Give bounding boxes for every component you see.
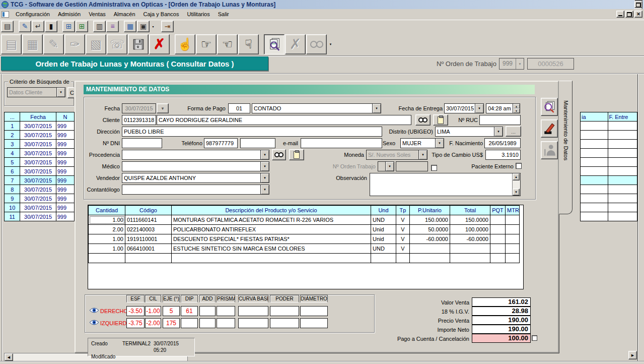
- direccion-input[interactable]: PUEBLO LIBRE: [122, 127, 382, 137]
- spin-down-icon[interactable]: ▼: [513, 108, 520, 113]
- dni-input[interactable]: [122, 138, 162, 148]
- results-row[interactable]: [581, 158, 637, 167]
- results-row[interactable]: [581, 131, 637, 140]
- forma-pago-code-input[interactable]: 01: [228, 103, 250, 113]
- product-row[interactable]: 2.00022140003POLICARBONATO ANTIREFLEXUni…: [89, 225, 520, 234]
- results-row[interactable]: [581, 140, 637, 149]
- rx-cell[interactable]: [300, 306, 328, 316]
- rx-cell[interactable]: -3.75: [126, 318, 145, 328]
- nacimiento-input[interactable]: 26/05/1989: [484, 138, 521, 148]
- results-row[interactable]: [581, 194, 637, 203]
- search-go-button[interactable]: C: [67, 87, 74, 98]
- rx-cell[interactable]: [199, 306, 216, 316]
- procedencia-copy-button[interactable]: [289, 149, 304, 160]
- product-row[interactable]: [89, 254, 520, 263]
- cliente-code-input[interactable]: 0112391318: [122, 115, 156, 125]
- results-row[interactable]: 1130/07/2015999: [5, 212, 75, 221]
- results-row[interactable]: 930/07/2015999: [5, 194, 75, 203]
- results-row[interactable]: 330/07/2015999: [5, 140, 75, 149]
- col-header[interactable]: ia: [581, 112, 608, 122]
- rx-cell[interactable]: -2.00: [145, 318, 161, 328]
- contactologo-combo[interactable]: ▼: [122, 185, 269, 195]
- orden-trabajo-checkbox[interactable]: [431, 165, 437, 171]
- product-row[interactable]: 1.000111660141MONTURAS OFTALMICA ACETATO…: [89, 215, 520, 225]
- save-exit-button[interactable]: ↵: [32, 21, 44, 32]
- cliente-name-input[interactable]: CAYO RODRIGUEZ GERALDINE: [157, 115, 411, 125]
- budgets-button[interactable]: ⊞: [76, 21, 88, 32]
- printer-button[interactable]: ▣: [137, 21, 150, 32]
- spin-up-icon[interactable]: ▲: [513, 104, 520, 108]
- scroll-left-button[interactable]: ◀: [5, 353, 13, 361]
- mdi-close-button[interactable]: ✕: [634, 11, 642, 18]
- forma-pago-combo[interactable]: CONTADO ▼: [252, 103, 381, 113]
- results-row[interactable]: [581, 122, 637, 131]
- results-row-selected[interactable]: [581, 176, 637, 185]
- rx-cell[interactable]: [270, 318, 299, 328]
- fecha-entrega-combo[interactable]: 30/07/2015 ▼: [444, 103, 484, 113]
- product-row[interactable]: 1.00066410001ESTUCHE SINTETICO SIN MARCA…: [89, 244, 520, 254]
- scroll-down-button[interactable]: ▼: [513, 189, 520, 196]
- rx-cell[interactable]: [238, 306, 268, 316]
- rx-cell[interactable]: [300, 318, 328, 328]
- results-row[interactable]: [581, 167, 637, 176]
- mdi-child-icon[interactable]: [2, 11, 9, 18]
- distrito-combo[interactable]: LIMA ▼: [435, 127, 503, 137]
- procedencia-combo[interactable]: ▼: [122, 150, 269, 160]
- delete-button[interactable]: ✗: [149, 34, 170, 54]
- telefono-input[interactable]: 987977779: [204, 138, 238, 148]
- pago-cuenta-checkbox[interactable]: [532, 335, 537, 341]
- col-header[interactable]: Und: [371, 206, 396, 215]
- rx-cell[interactable]: [199, 318, 216, 328]
- mdi-restore-button[interactable]: [625, 11, 633, 18]
- results-row[interactable]: 430/07/2015999: [5, 149, 75, 158]
- menu-utilitarios[interactable]: Utilitarios: [183, 10, 214, 19]
- col-header[interactable]: Código: [125, 206, 172, 215]
- columns-report-button[interactable]: ▥: [93, 21, 106, 32]
- phonebook-button[interactable]: ▮: [45, 21, 57, 32]
- rx-cell[interactable]: 175: [163, 318, 180, 328]
- menu-almacen[interactable]: Almacén: [110, 10, 139, 19]
- col-header[interactable]: Cantidad: [89, 206, 125, 215]
- tab-mantenimiento-de-datos[interactable]: Mantenimiento de Datos: [559, 81, 573, 214]
- results-row[interactable]: [581, 203, 637, 212]
- list-report-button[interactable]: ≡: [106, 21, 119, 32]
- results-row[interactable]: 630/07/2015999: [5, 167, 75, 176]
- procedencia-search-button[interactable]: [272, 149, 286, 160]
- paciente-externo-checkbox[interactable]: [516, 163, 522, 169]
- calculator-button[interactable]: ▦: [124, 21, 136, 32]
- rx-cell[interactable]: -3.50: [126, 306, 145, 316]
- menu-caja-bancos[interactable]: Caja y Bancos: [139, 10, 183, 19]
- tipo-cambio-input[interactable]: 3.1910: [485, 150, 521, 160]
- observacion-textarea[interactable]: ▲ ▼: [370, 173, 521, 196]
- rx-cell[interactable]: [270, 306, 299, 316]
- fecha-dropdown-button[interactable]: ▼: [157, 103, 169, 113]
- preview-document-button[interactable]: [541, 98, 558, 116]
- last-record-button[interactable]: ☟: [238, 34, 259, 54]
- results-row[interactable]: 130/07/2015999: [5, 122, 75, 131]
- results-row-selected[interactable]: 730/07/2015999: [5, 176, 75, 185]
- observacion-scrollbar[interactable]: ▲ ▼: [512, 173, 520, 196]
- rx-cell[interactable]: 5: [163, 306, 180, 316]
- results-row[interactable]: [581, 212, 637, 221]
- new-record-button[interactable]: ▤: [1, 21, 14, 32]
- work-orders-button[interactable]: ⊞: [62, 21, 75, 32]
- results-row[interactable]: [581, 185, 637, 194]
- save-button[interactable]: [128, 34, 149, 54]
- menu-salir[interactable]: Salir: [214, 10, 233, 19]
- annotate-button[interactable]: [541, 119, 558, 138]
- rx-cell[interactable]: [217, 306, 235, 316]
- cliente-search-button[interactable]: [415, 114, 431, 126]
- vendedor-combo[interactable]: QUISPE AZALDE ANTHONY ▼: [122, 173, 269, 183]
- rx-cell[interactable]: [181, 318, 198, 328]
- medico-combo[interactable]: ▼: [122, 161, 269, 171]
- menu-ventas[interactable]: Ventas: [85, 10, 110, 19]
- rx-cell[interactable]: 61: [181, 306, 198, 316]
- col-header[interactable]: MTR: [506, 206, 520, 215]
- col-header[interactable]: Total: [450, 206, 490, 215]
- col-header[interactable]: Tp: [396, 206, 410, 215]
- results-row[interactable]: 530/07/2015999: [5, 158, 75, 167]
- exit-button[interactable]: ⇥: [161, 21, 174, 32]
- col-header[interactable]: Descripción del Producto y/o Servicio: [172, 206, 371, 215]
- distrito-more-button[interactable]: ...: [506, 126, 521, 137]
- preview-button[interactable]: [264, 34, 284, 54]
